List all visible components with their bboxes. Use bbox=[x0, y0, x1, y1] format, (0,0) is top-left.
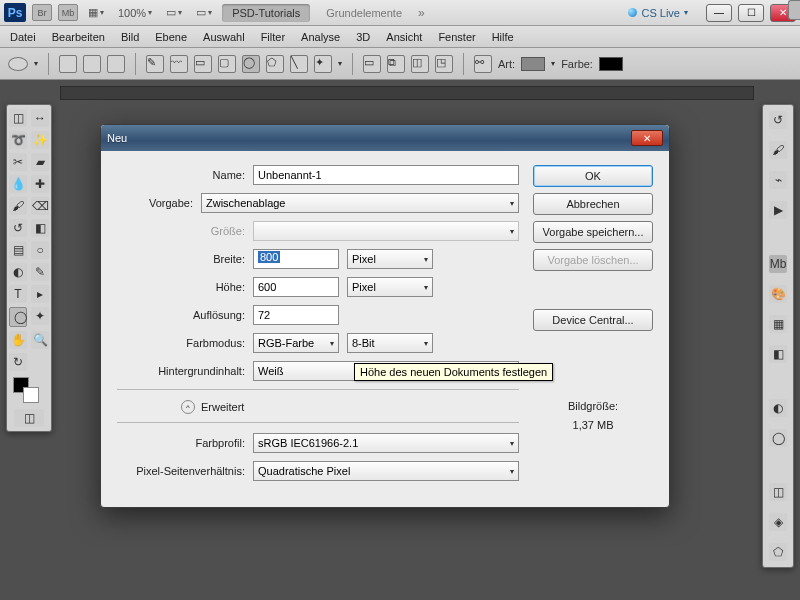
minibridge-panel-icon[interactable]: Mb bbox=[769, 255, 787, 273]
slice-tool-icon[interactable]: ▰ bbox=[31, 153, 49, 171]
roundrect-shape-icon[interactable]: ▢ bbox=[218, 55, 236, 73]
optionsbar-collapse-tab[interactable] bbox=[788, 0, 800, 20]
blur-tool-icon[interactable]: ○ bbox=[31, 241, 49, 259]
freeform-pen-tool-icon[interactable]: 〰 bbox=[170, 55, 188, 73]
window-maximize-button[interactable]: ☐ bbox=[738, 4, 764, 22]
minibridge-button[interactable]: Mb bbox=[58, 4, 78, 21]
save-preset-button[interactable]: Vorgabe speichern... bbox=[533, 221, 653, 243]
cancel-button[interactable]: Abbrechen bbox=[533, 193, 653, 215]
path-select-tool-icon[interactable]: ▸ bbox=[31, 285, 49, 303]
ok-button[interactable]: OK bbox=[533, 165, 653, 187]
foreground-background-swatch[interactable] bbox=[9, 375, 49, 405]
menu-fenster[interactable]: Fenster bbox=[438, 31, 475, 43]
menu-bearbeiten[interactable]: Bearbeiten bbox=[52, 31, 105, 43]
preset-select[interactable]: Zwischenablage▾ bbox=[201, 193, 519, 213]
pathop-subtract-icon[interactable]: ◫ bbox=[411, 55, 429, 73]
channels-panel-icon[interactable]: ◈ bbox=[769, 513, 787, 531]
actions-panel-icon[interactable]: ▶ bbox=[769, 201, 787, 219]
menu-bild[interactable]: Bild bbox=[121, 31, 139, 43]
pathop-new-icon[interactable]: ▭ bbox=[363, 55, 381, 73]
zoom-dropdown[interactable]: 100%▾ bbox=[114, 5, 156, 21]
clone-source-panel-icon[interactable]: ⌁ bbox=[769, 171, 787, 189]
pen-tool-icon[interactable]: ✎ bbox=[146, 55, 164, 73]
menu-filter[interactable]: Filter bbox=[261, 31, 285, 43]
brush-panel-icon[interactable]: 🖌 bbox=[769, 141, 787, 159]
eraser-tool-icon[interactable]: ◧ bbox=[31, 219, 49, 237]
menu-hilfe[interactable]: Hilfe bbox=[492, 31, 514, 43]
workspace-tab-active[interactable]: PSD-Tutorials bbox=[222, 4, 310, 22]
background-color[interactable] bbox=[23, 387, 39, 403]
gradient-tool-icon[interactable]: ▤ bbox=[9, 241, 27, 259]
layers-panel-icon[interactable]: ◫ bbox=[769, 483, 787, 501]
dialog-titlebar[interactable]: Neu ✕ bbox=[101, 125, 669, 151]
extras-dropdown[interactable]: ▭▾ bbox=[192, 4, 216, 21]
line-shape-icon[interactable]: ╲ bbox=[290, 55, 308, 73]
link-chain-icon[interactable]: ⚯ bbox=[474, 55, 492, 73]
pixelaspect-select[interactable]: Quadratische Pixel▾ bbox=[253, 461, 519, 481]
type-tool-icon[interactable]: T bbox=[9, 285, 27, 303]
fill-color-swatch[interactable] bbox=[599, 57, 623, 71]
cs-live-button[interactable]: CS Live▾ bbox=[628, 7, 688, 19]
clone-stamp-tool-icon[interactable]: ⌫ bbox=[31, 197, 49, 215]
device-central-button[interactable]: Device Central... bbox=[533, 309, 653, 331]
adjustments-panel-icon[interactable]: ◐ bbox=[769, 399, 787, 417]
menu-auswahl[interactable]: Auswahl bbox=[203, 31, 245, 43]
3d-tool-icon[interactable]: ✦ bbox=[31, 307, 49, 325]
mode-path-icon[interactable] bbox=[83, 55, 101, 73]
hand-tool-icon[interactable]: ✋ bbox=[9, 331, 27, 349]
menu-datei[interactable]: Datei bbox=[10, 31, 36, 43]
shape-preset-icon[interactable] bbox=[8, 57, 28, 71]
history-panel-icon[interactable]: ↺ bbox=[769, 111, 787, 129]
screen-mode-dropdown[interactable]: ▭▾ bbox=[162, 4, 186, 21]
resolution-input[interactable] bbox=[253, 305, 339, 325]
menu-ansicht[interactable]: Ansicht bbox=[386, 31, 422, 43]
dodge-tool-icon[interactable]: ◐ bbox=[9, 263, 27, 281]
bridge-button[interactable]: Br bbox=[32, 4, 52, 21]
styles-panel-icon[interactable]: ◧ bbox=[769, 345, 787, 363]
height-unit-select[interactable]: Pixel▾ bbox=[347, 277, 433, 297]
pen-tool-icon[interactable]: ✎ bbox=[31, 263, 49, 281]
swatches-panel-icon[interactable]: ▦ bbox=[769, 315, 787, 333]
style-swatch[interactable] bbox=[521, 57, 545, 71]
colorprofile-select[interactable]: sRGB IEC61966-2.1▾ bbox=[253, 433, 519, 453]
marquee-tool-icon[interactable]: ◫ bbox=[9, 109, 27, 127]
quickmask-toggle-icon[interactable]: ◫ bbox=[14, 409, 44, 427]
menu-analyse[interactable]: Analyse bbox=[301, 31, 340, 43]
width-unit-select[interactable]: Pixel▾ bbox=[347, 249, 433, 269]
eyedropper-tool-icon[interactable]: 💧 bbox=[9, 175, 27, 193]
advanced-toggle[interactable]: ^Erweitert bbox=[181, 400, 244, 414]
bitdepth-select[interactable]: 8-Bit▾ bbox=[347, 333, 433, 353]
healing-brush-tool-icon[interactable]: ✚ bbox=[31, 175, 49, 193]
magic-wand-tool-icon[interactable]: ✨ bbox=[31, 131, 49, 149]
pathop-intersect-icon[interactable]: ◳ bbox=[435, 55, 453, 73]
mode-shape-layer-icon[interactable] bbox=[59, 55, 77, 73]
workspace-more-icon[interactable]: » bbox=[418, 6, 425, 20]
paths-panel-icon[interactable]: ⬠ bbox=[769, 543, 787, 561]
custom-shape-icon[interactable]: ✦ bbox=[314, 55, 332, 73]
color-panel-icon[interactable]: 🎨 bbox=[769, 285, 787, 303]
move-tool-icon[interactable]: ↔ bbox=[31, 109, 49, 127]
dialog-close-button[interactable]: ✕ bbox=[631, 130, 663, 146]
width-input[interactable]: 800 bbox=[253, 249, 339, 269]
history-brush-tool-icon[interactable]: ↺ bbox=[9, 219, 27, 237]
window-minimize-button[interactable]: — bbox=[706, 4, 732, 22]
masks-panel-icon[interactable]: ◯ bbox=[769, 429, 787, 447]
crop-tool-icon[interactable]: ✂ bbox=[9, 153, 27, 171]
menu-ebene[interactable]: Ebene bbox=[155, 31, 187, 43]
brush-tool-icon[interactable]: 🖌 bbox=[9, 197, 27, 215]
shape-tool-icon[interactable]: ◯ bbox=[9, 307, 27, 327]
colormode-select[interactable]: RGB-Farbe▾ bbox=[253, 333, 339, 353]
menu-3d[interactable]: 3D bbox=[356, 31, 370, 43]
name-input[interactable] bbox=[253, 165, 519, 185]
arrange-docs-dropdown[interactable]: ▦▾ bbox=[84, 4, 108, 21]
rect-shape-icon[interactable]: ▭ bbox=[194, 55, 212, 73]
zoom-tool-icon[interactable]: 🔍 bbox=[31, 331, 49, 349]
ellipse-shape-icon[interactable]: ◯ bbox=[242, 55, 260, 73]
rotate-view-tool-icon[interactable]: ↻ bbox=[9, 353, 27, 371]
mode-fill-pixels-icon[interactable] bbox=[107, 55, 125, 73]
pathop-add-icon[interactable]: ⧉ bbox=[387, 55, 405, 73]
height-input[interactable] bbox=[253, 277, 339, 297]
workspace-tab-grundelemente[interactable]: Grundelemente bbox=[316, 4, 412, 22]
lasso-tool-icon[interactable]: ➰ bbox=[9, 131, 27, 149]
polygon-shape-icon[interactable]: ⬠ bbox=[266, 55, 284, 73]
